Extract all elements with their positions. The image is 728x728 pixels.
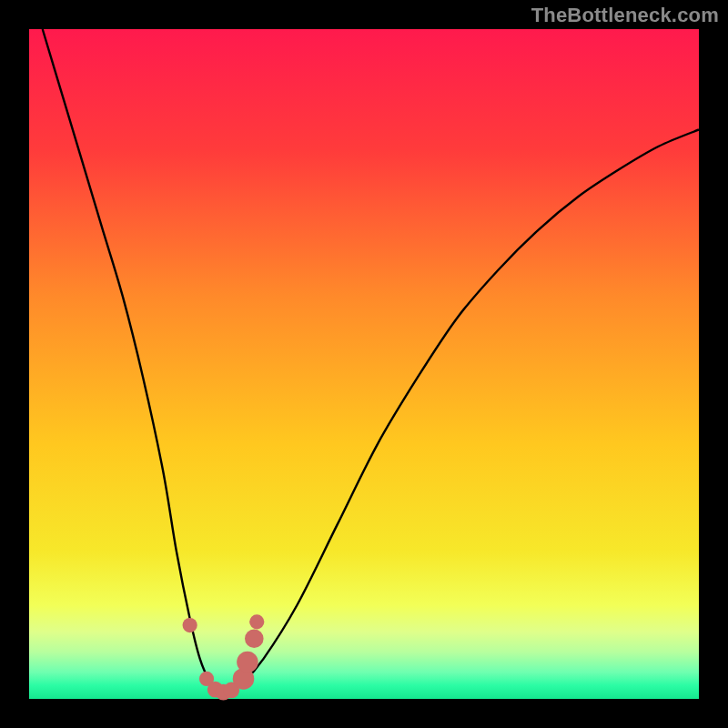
plot-area [29, 29, 699, 699]
curve-marker [237, 652, 258, 673]
curve-marker [183, 618, 197, 632]
bottleneck-chart [29, 29, 699, 699]
curve-line [43, 29, 699, 693]
curve-marker [249, 614, 264, 629]
watermark-text: TheBottleneck.com [531, 4, 719, 27]
outer-frame: TheBottleneck.com [0, 0, 728, 728]
curve-marker [245, 629, 264, 648]
